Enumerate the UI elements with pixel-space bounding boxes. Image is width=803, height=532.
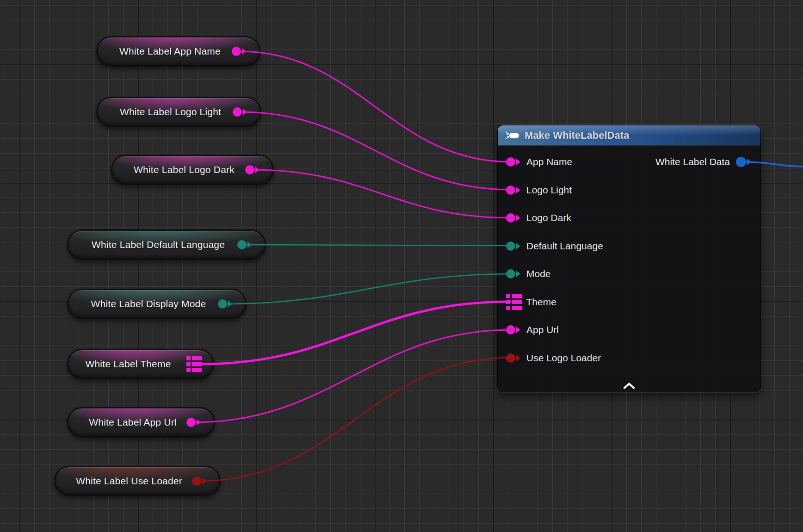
getter-label: White Label Logo Dark: [123, 164, 246, 175]
output-pin-enum[interactable]: [218, 299, 232, 309]
collapse-node-button[interactable]: [498, 383, 760, 389]
pin-row-mode: Mode: [498, 260, 760, 288]
input-pin-default-language[interactable]: [506, 241, 520, 251]
wire-theme[interactable]: [200, 302, 511, 364]
pin-label: Theme: [526, 297, 556, 308]
pin-row-logo-dark: Logo Dark: [498, 204, 760, 232]
pin-label: White Label Data: [655, 156, 730, 167]
output-pin-string[interactable]: [186, 418, 201, 427]
output-pin-bool[interactable]: [192, 476, 206, 486]
input-pin-logo-dark[interactable]: [506, 213, 520, 223]
getter-node-white-label-logo-dark[interactable]: White Label Logo Dark: [111, 155, 274, 185]
wire-use-loader[interactable]: [199, 358, 511, 481]
input-pin-app-url[interactable]: [506, 325, 520, 334]
struct-grid-icon[interactable]: [506, 294, 522, 310]
getter-label: White Label Use Loader: [66, 476, 192, 487]
blueprint-graph-canvas[interactable]: White Label App Name White Label Logo Li…: [0, 0, 803, 532]
input-pin-use-logo-loader[interactable]: [506, 353, 520, 363]
getter-node-white-label-app-name[interactable]: White Label App Name: [96, 36, 260, 67]
chevron-up-icon: [623, 383, 635, 389]
getter-label: White Label Display Mode: [79, 298, 218, 309]
getter-label: White Label Logo Light: [108, 106, 233, 118]
pin-row-logo-light: Logo Light: [498, 176, 760, 204]
getter-label: White Label Default Language: [79, 239, 238, 250]
pin-label: Logo Light: [526, 185, 572, 196]
getter-node-white-label-use-loader[interactable]: White Label Use Loader: [54, 466, 221, 496]
output-pin-enum[interactable]: [237, 240, 252, 249]
getter-label: White Label App Name: [108, 46, 232, 57]
struct-grid-icon[interactable]: [186, 356, 202, 372]
output-pin-string[interactable]: [233, 107, 247, 117]
output-pin-string[interactable]: [232, 47, 246, 56]
pin-label: Logo Dark: [526, 212, 571, 223]
wire-logo-light[interactable]: [240, 112, 511, 190]
node-title: Make WhiteLabelData: [525, 130, 629, 142]
output-pin-white-label-data[interactable]: [736, 157, 751, 167]
input-pin-logo-light[interactable]: [506, 186, 520, 195]
make-struct-icon: ↘↗: [504, 131, 519, 140]
getter-node-white-label-app-url[interactable]: White Label App Url: [67, 407, 215, 438]
output-pin-string[interactable]: [245, 165, 259, 174]
wire-app-name[interactable]: [239, 51, 511, 162]
pin-row-white-label-data: White Label Data: [655, 148, 751, 176]
pin-row-app-url: App Url: [498, 316, 760, 344]
make-whitelabeldata-node[interactable]: ↘↗ Make WhiteLabelData App Name Logo Lig…: [497, 125, 761, 392]
pin-row-default-language: Default Language: [498, 232, 760, 260]
pin-label: Default Language: [526, 241, 603, 252]
node-header[interactable]: ↘↗ Make WhiteLabelData: [498, 125, 760, 146]
wire-logo-dark[interactable]: [253, 170, 511, 218]
getter-node-white-label-logo-light[interactable]: White Label Logo Light: [96, 97, 261, 127]
pin-label: Use Logo Loader: [526, 353, 601, 364]
getter-label: White Label App Url: [79, 417, 187, 428]
wire-app-url[interactable]: [194, 330, 511, 422]
wire-default-language[interactable]: [245, 245, 511, 246]
input-pin-app-name[interactable]: [506, 157, 520, 167]
getter-node-white-label-default-language[interactable]: White Label Default Language: [67, 229, 266, 260]
input-pin-mode[interactable]: [506, 269, 520, 278]
getter-label: White Label Theme: [79, 359, 186, 370]
pin-label: Mode: [526, 268, 551, 279]
wire-display-mode[interactable]: [225, 274, 511, 304]
getter-node-white-label-theme[interactable]: White Label Theme: [67, 349, 214, 379]
pin-label: App Name: [526, 156, 572, 167]
pin-row-theme: Theme: [498, 288, 760, 316]
getter-node-white-label-display-mode[interactable]: White Label Display Mode: [67, 289, 247, 319]
pin-label: App Url: [526, 324, 559, 335]
pin-row-use-logo-loader: Use Logo Loader: [498, 344, 760, 372]
